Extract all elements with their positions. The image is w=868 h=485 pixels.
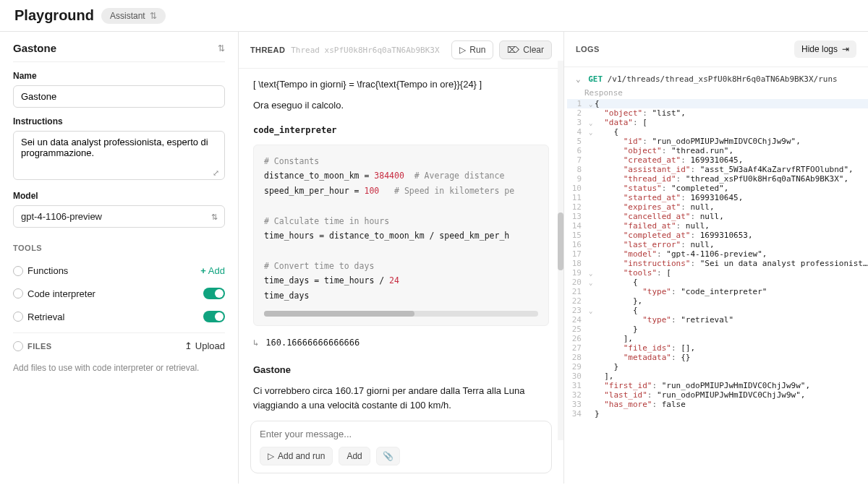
thread-body: [ \text{Tempo in giorni} = \frac{\text{T… xyxy=(239,69,563,413)
log-line: 14 "failed_at": null, xyxy=(567,221,868,231)
sidebar: Gastone ⇅ Name Instructions Sei un data … xyxy=(0,32,239,484)
log-line: 9 "thread_id": "thread_xsPfU0k8Hr6q0aTN6… xyxy=(567,174,868,184)
tool-row-retrieval: Retrieval xyxy=(13,305,225,328)
clear-button[interactable]: ⌦Clear xyxy=(499,40,552,59)
plus-icon: + xyxy=(200,265,206,276)
log-line: 21 "type": "code_interpreter" xyxy=(567,287,868,296)
log-line: 11 "started_at": 1699310645, xyxy=(567,193,868,202)
log-line: 33 "has_more": false xyxy=(567,400,868,409)
paperclip-icon: 📎 xyxy=(383,451,393,461)
info-icon xyxy=(13,288,23,299)
log-line: 30 ], xyxy=(567,372,868,381)
files-label: FILES xyxy=(27,342,52,351)
log-line: 24 "type": "retrieval" xyxy=(567,315,868,325)
logs-column: LOGS Hide logs ⇥ ⌄ GET /v1/threads/threa… xyxy=(564,32,868,484)
files-hint: Add files to use with code interpreter o… xyxy=(13,363,225,373)
retrieval-label: Retrieval xyxy=(27,312,64,322)
log-line: 31 "first_id": "run_odoPMIUPJwHmIDVC0Chj… xyxy=(567,381,868,390)
log-line: 25 } xyxy=(567,325,868,334)
play-icon: ▷ xyxy=(268,451,274,461)
http-method: GET xyxy=(588,74,603,84)
code-interpreter-toggle[interactable] xyxy=(203,288,225,299)
message-text: Ora eseguo il calcolo. xyxy=(253,98,549,113)
log-line: 28 "metadata": {} xyxy=(567,353,868,362)
code-output: 160.16666666666666 xyxy=(265,336,359,350)
name-label: Name xyxy=(13,71,225,81)
log-line: 22 }, xyxy=(567,296,868,306)
updown-icon: ⇅ xyxy=(211,212,218,221)
http-path: /v1/threads/thread_xsPfU0k8Hr6q0aTN6Ab9B… xyxy=(608,74,838,84)
instructions-label: Instructions xyxy=(13,116,225,126)
log-line: 7 "created_at": 1699310645, xyxy=(567,155,868,165)
mode-selector[interactable]: Assistant ⇅ xyxy=(101,8,166,24)
caret-down-icon: ⌄ xyxy=(576,74,581,84)
horizontal-scrollbar[interactable] xyxy=(264,311,538,317)
logs-body: ⌄ GET /v1/threads/thread_xsPfU0k8Hr6q0aT… xyxy=(564,67,868,484)
log-line: 16 "last_error": null, xyxy=(567,240,868,249)
log-line: 17 "model": "gpt-4-1106-preview", xyxy=(567,249,868,259)
top-bar: Playground Assistant ⇅ xyxy=(0,0,868,32)
assistant-heading: Gastone xyxy=(13,42,56,54)
assistant-switch-icon[interactable]: ⇅ xyxy=(218,43,225,53)
log-line: 15 "completed_at": 1699310653, xyxy=(567,231,868,240)
model-label: Model xyxy=(13,191,225,201)
log-line: 5 "id": "run_odoPMIUPJwHmIDVC0ChjJw9w", xyxy=(567,137,868,146)
output-arrow-icon: ↳ xyxy=(253,336,258,350)
code-interpreter-heading: code_interpreter xyxy=(253,124,549,137)
hide-logs-button[interactable]: Hide logs ⇥ xyxy=(794,40,856,58)
log-line: 23⌄ { xyxy=(567,306,868,315)
tool-row-functions: Functions + Add xyxy=(13,259,225,282)
log-line: 10 "status": "completed", xyxy=(567,184,868,193)
thread-id: Thread xsPfU0k8Hr6q0aTN6Ab9BK3X xyxy=(291,46,446,55)
log-line: 4⌄ { xyxy=(567,127,868,137)
thread-column: THREAD Thread xsPfU0k8Hr6q0aTN6Ab9BK3X ▷… xyxy=(239,32,564,484)
tools-header: TOOLS xyxy=(13,244,225,252)
response-label: Response xyxy=(567,87,868,99)
run-button[interactable]: ▷Run xyxy=(451,40,493,59)
log-line: 29 } xyxy=(567,362,868,372)
composer: ▷Add and run Add 📎 xyxy=(250,421,552,473)
log-line: 18 "instructions": "Sei un data analyst … xyxy=(567,259,868,268)
expand-icon[interactable]: ⤢ xyxy=(213,168,219,178)
page-title: Playground xyxy=(14,7,94,24)
tool-row-code-interpreter: Code interpreter xyxy=(13,282,225,305)
vertical-scrollbar[interactable] xyxy=(558,61,563,440)
add-button[interactable]: Add xyxy=(339,447,370,465)
functions-label: Functions xyxy=(27,265,68,276)
log-line: 12 "expires_at": null, xyxy=(567,202,868,212)
log-line: 2 "object": "list", xyxy=(567,108,868,118)
thread-label: THREAD xyxy=(250,46,285,54)
collapse-icon: ⇥ xyxy=(842,44,849,54)
info-icon xyxy=(13,312,23,322)
log-line: 13 "cancelled_at": null, xyxy=(567,212,868,221)
model-select[interactable]: gpt-4-1106-preview xyxy=(13,205,225,228)
mode-label: Assistant xyxy=(110,11,145,21)
broom-icon: ⌦ xyxy=(507,45,519,55)
log-line: 8 "assistant_id": "asst_5W3aAf4KaZarvfRT… xyxy=(567,165,868,174)
log-line: 20⌄ { xyxy=(567,278,868,287)
log-line: 34} xyxy=(567,409,868,419)
play-icon: ▷ xyxy=(459,45,466,55)
add-function-button[interactable]: + Add xyxy=(200,265,225,276)
log-line: 3⌄ "data": [ xyxy=(567,118,868,127)
message-text: [ \text{Tempo in giorni} = \frac{\text{T… xyxy=(253,77,549,93)
retrieval-toggle[interactable] xyxy=(203,311,225,322)
log-line: 26 ], xyxy=(567,334,868,343)
code-interpreter-label: Code interpreter xyxy=(27,288,95,299)
updown-icon: ⇅ xyxy=(150,11,157,21)
log-line: 32 "last_id": "run_odoPMIUPJwHmIDVC0ChjJ… xyxy=(567,390,868,400)
log-line: 1⌄{ xyxy=(567,99,868,108)
code-block: # Constants distance_to_moon_km = 384400… xyxy=(253,145,549,326)
add-and-run-button[interactable]: ▷Add and run xyxy=(260,447,333,465)
attach-button[interactable]: 📎 xyxy=(376,447,400,465)
log-line: 6 "object": "thread.run", xyxy=(567,146,868,155)
instructions-input[interactable]: Sei un data analyst professionista, espe… xyxy=(13,131,225,180)
message-input[interactable] xyxy=(260,429,542,439)
name-input[interactable] xyxy=(13,85,225,108)
request-line[interactable]: ⌄ GET /v1/threads/thread_xsPfU0k8Hr6q0aT… xyxy=(567,72,868,87)
upload-button[interactable]: ↥ Upload xyxy=(184,340,225,351)
info-icon xyxy=(13,341,23,351)
log-line: 27 "file_ids": [], xyxy=(567,343,868,353)
log-line: 19⌄ "tools": [ xyxy=(567,268,868,278)
assistant-reply-text: Ci vorrebbero circa 160.17 giorni per an… xyxy=(253,384,549,413)
